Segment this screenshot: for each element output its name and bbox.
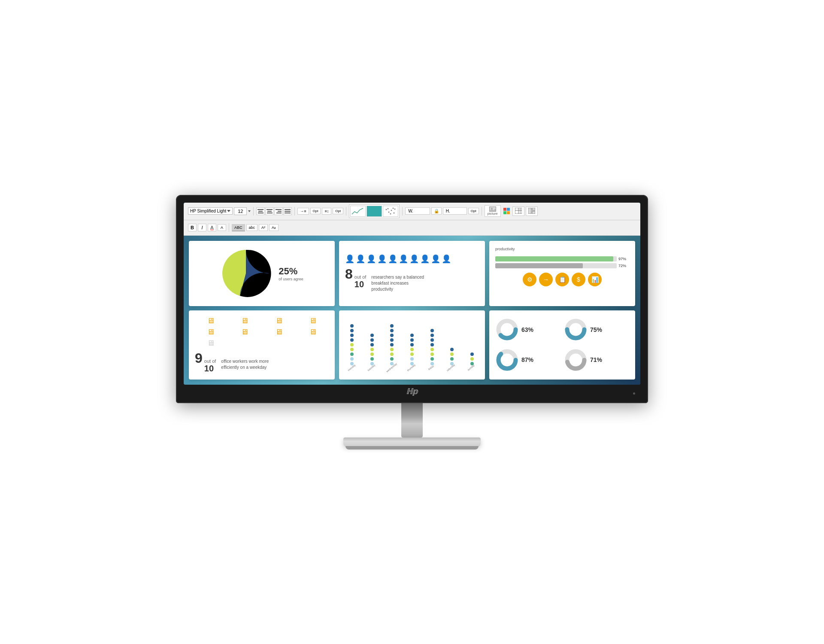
bold-button[interactable]: B	[188, 224, 197, 231]
align-right-button[interactable]	[274, 207, 283, 215]
computer-icon-3: 🖥	[263, 316, 295, 325]
person-icon-8: 👤	[420, 254, 430, 264]
line-chart-preview[interactable]	[350, 206, 366, 217]
person-icon-5: 👤	[388, 254, 397, 264]
color-blue[interactable]	[507, 208, 510, 211]
width-input[interactable]: W.	[405, 207, 430, 215]
person-icon-9: 👤	[431, 254, 440, 264]
width-value-input[interactable]	[414, 209, 427, 213]
person-icons-row: 👤 👤 👤 👤 👤 👤 👤 👤 👤 👤	[345, 254, 479, 264]
color-red[interactable]	[503, 208, 506, 211]
donut-item-4: 71%	[564, 348, 629, 372]
align-justify-button[interactable]	[283, 207, 292, 215]
dot-col-wednesday	[383, 324, 401, 365]
font-selector-section: HP Simplified Light 12	[188, 207, 251, 215]
svg-point-0	[386, 209, 387, 210]
svg-point-4	[394, 212, 395, 213]
donut-pct-4: 71%	[590, 356, 602, 363]
divider-2	[294, 207, 295, 216]
slide-content: 25% of users agree 👤 👤 👤 👤 👤 👤	[184, 236, 640, 385]
bezel-bottom: ℍ𝕡	[184, 385, 640, 397]
pie-chart-preview[interactable]	[367, 206, 382, 217]
prod-bar-row-1: 97%	[495, 256, 629, 261]
prod-bar-fill-1	[495, 256, 613, 261]
person-icon-6: 👤	[399, 254, 408, 264]
font-size-input[interactable]: 12	[234, 207, 247, 215]
font-family-select[interactable]: HP Simplified Light	[188, 207, 233, 215]
font-size-dropdown-arrow[interactable]	[248, 210, 251, 212]
table-layout-section	[512, 207, 538, 216]
card-pie-chart: 25% of users agree	[189, 241, 335, 306]
donut-pct-3: 87%	[521, 356, 533, 363]
prod-bar-pct-1: 97%	[618, 257, 629, 261]
svg-rect-15	[532, 208, 535, 210]
monitor-bezel: HP Simplified Light 12	[176, 195, 648, 403]
font-color-button[interactable]: A	[208, 224, 216, 231]
toolbar-row2: B I A A ABC abc A² A₂	[184, 220, 640, 236]
computer-icon-5: 🖥	[195, 328, 227, 337]
indent-opt-button[interactable]: Opt	[310, 208, 321, 214]
dot-chart-area: monday tuesday wednesday thursday friday…	[343, 315, 481, 375]
subscript-button[interactable]: A₂	[269, 224, 279, 231]
color-green[interactable]	[503, 211, 506, 214]
font-family-label: HP Simplified Light	[190, 209, 226, 213]
font-family-dropdown-arrow[interactable]	[227, 210, 230, 212]
prod-bar-row-2: 72%	[495, 263, 629, 268]
svg-point-3	[391, 210, 392, 211]
lowercase-button[interactable]: abc	[246, 224, 258, 231]
italic-button[interactable]: I	[198, 224, 206, 231]
color-grid[interactable]	[503, 208, 510, 214]
prod-icon-doc: 📋	[555, 273, 569, 286]
font-size-button[interactable]: A	[218, 224, 226, 231]
align-left-button[interactable]	[256, 207, 265, 215]
card-dot-chart: monday tuesday wednesday thursday friday…	[339, 310, 485, 380]
person-icon-1: 👤	[345, 254, 354, 264]
svg-point-6	[390, 213, 391, 214]
prod-icon-arrow: →	[539, 273, 553, 286]
researchers-big-num: 8	[345, 267, 353, 281]
computers-stat-text: 9 out of 10 office workers work more eff…	[195, 351, 329, 374]
computers-description: office workers work more efficiently on …	[221, 358, 277, 371]
prod-bar-fill-2	[495, 263, 583, 268]
picture-button[interactable]: picture	[485, 205, 501, 217]
pie-label-area: 25% of users agree	[279, 266, 303, 281]
height-opt-button[interactable]: Opt	[468, 208, 479, 214]
card-productivity: productivity 97% 72%	[489, 241, 635, 306]
person-icon-2: 👤	[356, 254, 365, 264]
person-icon-7: 👤	[409, 254, 419, 264]
lock-ratio-button[interactable]: 🔒	[431, 207, 442, 215]
productivity-icons: ⚙ → 📋 $ 📊	[495, 273, 629, 286]
layout-button[interactable]	[526, 207, 538, 216]
stand-base	[343, 437, 481, 447]
donut-svg-1	[495, 318, 519, 341]
person-icon-3: 👤	[367, 254, 376, 264]
computer-icon-4: 🖥	[297, 316, 329, 325]
bezel-power-dot[interactable]	[633, 392, 635, 395]
table-button[interactable]	[512, 207, 524, 216]
computer-icon-2: 🖥	[229, 316, 261, 325]
superscript-button[interactable]: A²	[259, 224, 268, 231]
chart-preview-group	[349, 204, 400, 218]
text-format-section: B I A A	[188, 224, 226, 231]
prod-icon-chart: 📊	[588, 273, 602, 286]
computer-icon-7: 🖥	[263, 328, 295, 337]
picture-icon	[489, 207, 496, 212]
divider-row2-1	[229, 223, 229, 232]
prod-bar-bg-1	[495, 256, 617, 261]
scatter-chart-preview[interactable]	[383, 206, 398, 217]
researchers-stat-text: 8 out of 10 researchers say a balanced b…	[345, 267, 479, 292]
align-center-button[interactable]	[265, 207, 274, 215]
spacing-opt-button[interactable]: Opt	[333, 208, 343, 214]
person-icon-4: 👤	[377, 254, 387, 264]
height-input[interactable]: H.	[443, 207, 467, 215]
line-spacing-button[interactable]: ≡↕	[322, 208, 331, 215]
indent-left-button[interactable]: →≡	[297, 208, 309, 215]
donut-pct-1: 63%	[521, 326, 533, 333]
divider-1	[253, 207, 254, 216]
dot-col-tuesday	[364, 334, 381, 365]
color-yellow[interactable]	[507, 211, 510, 214]
uppercase-button[interactable]: ABC	[232, 224, 245, 231]
donut-item-3: 87%	[495, 348, 560, 372]
height-value-input[interactable]	[451, 209, 464, 213]
toolbar: HP Simplified Light 12	[184, 203, 640, 220]
